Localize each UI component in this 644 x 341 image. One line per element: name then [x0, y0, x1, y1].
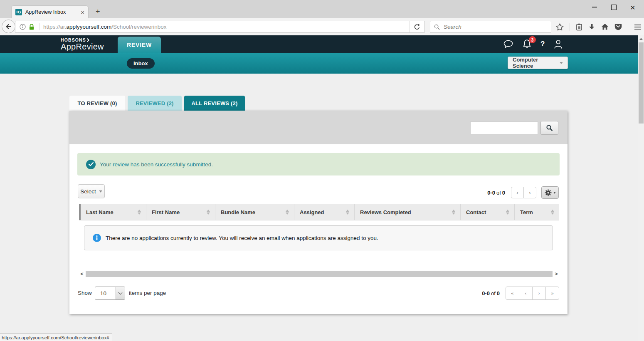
bottom-pagination: « ‹ › » [506, 287, 559, 300]
vertical-scrollbar[interactable] [638, 35, 644, 341]
bookmark-star-icon[interactable] [556, 23, 564, 31]
search-icon [434, 24, 440, 30]
last-page-button[interactable]: » [545, 287, 559, 300]
grid-settings-button[interactable] [541, 186, 559, 199]
messages-icon[interactable] [503, 40, 513, 49]
home-icon[interactable] [601, 23, 609, 30]
nav-item-inbox[interactable]: Inbox [127, 58, 155, 69]
column-header-bundle-name[interactable]: Bundle Name [215, 204, 294, 220]
scroll-up-arrow[interactable] [639, 38, 643, 40]
next-page-button[interactable]: › [532, 287, 546, 300]
first-page-button[interactable]: « [506, 287, 519, 300]
toolbar-icons [556, 21, 642, 33]
success-check-icon [86, 160, 96, 169]
notifications-icon[interactable]: 3 [522, 39, 532, 49]
close-button[interactable]: × [623, 0, 642, 14]
select-dropdown[interactable]: Select [78, 184, 105, 198]
column-header-reviews-completed[interactable]: Reviews Completed [354, 204, 460, 220]
search-button[interactable] [540, 121, 558, 135]
show-label: Show [78, 290, 92, 296]
url-divider [39, 23, 39, 30]
window-controls: × [585, 0, 642, 14]
download-icon[interactable] [588, 24, 595, 30]
chevron-right-icon [87, 38, 89, 42]
sort-icon[interactable] [551, 210, 554, 215]
pocket-icon[interactable] [614, 23, 622, 30]
reading-list-icon[interactable] [576, 23, 582, 31]
gear-icon [545, 189, 552, 196]
minimize-icon [592, 7, 597, 7]
toolbar-divider [628, 23, 628, 31]
browser-search[interactable] [430, 21, 551, 33]
items-per-page-label: items per page [129, 290, 166, 296]
account-icon[interactable] [553, 39, 563, 49]
prev-page-button[interactable]: ‹ [519, 287, 533, 300]
tab-reviewed[interactable]: REVIEWED (2) [128, 96, 182, 111]
review-search-input[interactable] [470, 121, 538, 134]
horizontal-scrollbar[interactable]: < > [79, 271, 559, 277]
scroll-left-arrow[interactable]: < [79, 272, 85, 277]
minimize-button[interactable] [585, 0, 604, 14]
search-icon [546, 124, 553, 131]
column-header-last-name[interactable]: Last Name [81, 204, 146, 220]
browser-toolbar: https://ar.applyyourself.com/School/revi… [0, 18, 644, 35]
panel-search-bar [69, 111, 568, 144]
tab-title: AppReview Inbox [25, 9, 77, 15]
appreview-favicon-icon: H [15, 9, 22, 15]
sort-icon[interactable] [286, 210, 289, 215]
vertical-scrollbar-thumb[interactable] [639, 42, 644, 124]
empty-state-text: There are no applications currently to r… [106, 235, 378, 241]
chevron-down-icon [560, 62, 563, 64]
tab-close-icon[interactable]: × [81, 9, 84, 15]
reload-icon [414, 24, 420, 30]
chevron-down-icon [99, 190, 102, 193]
info-icon [93, 234, 101, 242]
help-icon[interactable]: ? [540, 40, 545, 48]
sort-icon[interactable] [207, 210, 210, 215]
page-size-value: 10 [95, 287, 116, 299]
select-dropdown-label: Select [80, 188, 96, 195]
column-header-first-name[interactable]: First Name [146, 204, 215, 220]
page-info-icon[interactable] [20, 24, 26, 30]
https-lock-icon[interactable] [29, 24, 35, 30]
notification-badge: 3 [529, 36, 536, 43]
url-bar[interactable]: https://ar.applyyourself.com/School/revi… [15, 21, 425, 33]
back-button[interactable] [2, 20, 15, 33]
column-header-contact[interactable]: Contact [460, 204, 514, 220]
sort-icon[interactable] [138, 210, 141, 215]
success-alert: Your review has been successfully submit… [77, 153, 560, 175]
horizontal-scrollbar-track[interactable] [86, 271, 553, 277]
table-header-row: Last Name First Name Bundle Name Assigne… [79, 204, 559, 220]
column-header-assigned[interactable]: Assigned [294, 204, 354, 220]
review-inbox-panel: Your review has been successfully submit… [69, 111, 568, 314]
sort-icon[interactable] [452, 210, 455, 215]
tab-to-review[interactable]: TO REVIEW (0) [69, 96, 125, 111]
sort-icon[interactable] [346, 210, 349, 215]
header-icons: 3 ? [503, 35, 563, 53]
success-alert-text: Your review has been successfully submit… [100, 161, 213, 168]
browser-search-input[interactable] [443, 21, 551, 33]
column-header-term[interactable]: Term [514, 204, 559, 220]
new-tab-button[interactable]: + [96, 8, 100, 15]
sort-icon[interactable] [506, 210, 509, 215]
program-selector[interactable]: Computer Science [508, 57, 568, 69]
chevron-down-icon[interactable] [116, 287, 125, 299]
top-pagination: ‹ › [511, 187, 536, 198]
brand-logo: HOBSONS AppReview [61, 37, 104, 52]
page-size-select[interactable]: 10 [95, 287, 125, 300]
status-url: https://ar.applyyourself.com/School/revi… [2, 335, 109, 340]
window-titlebar: H AppReview Inbox × + × [0, 0, 644, 18]
tab-all-reviews[interactable]: ALL REVIEWS (2) [184, 96, 245, 111]
scroll-right-arrow[interactable]: > [553, 272, 559, 277]
maximize-button[interactable] [604, 0, 623, 14]
nav-tab-review[interactable]: REVIEW [118, 37, 161, 53]
toolbar-divider [570, 23, 570, 31]
sub-nav-bar: Inbox Computer Science [0, 53, 644, 74]
next-page-button[interactable]: › [523, 187, 536, 198]
browser-window: H AppReview Inbox × + × https://ar.apply… [0, 0, 644, 341]
prev-page-button[interactable]: ‹ [511, 187, 524, 198]
reload-button[interactable] [409, 21, 424, 32]
menu-icon[interactable] [634, 24, 642, 30]
browser-tab[interactable]: H AppReview Inbox × [11, 5, 89, 18]
status-bar: https://ar.applyyourself.com/School/revi… [0, 334, 112, 341]
